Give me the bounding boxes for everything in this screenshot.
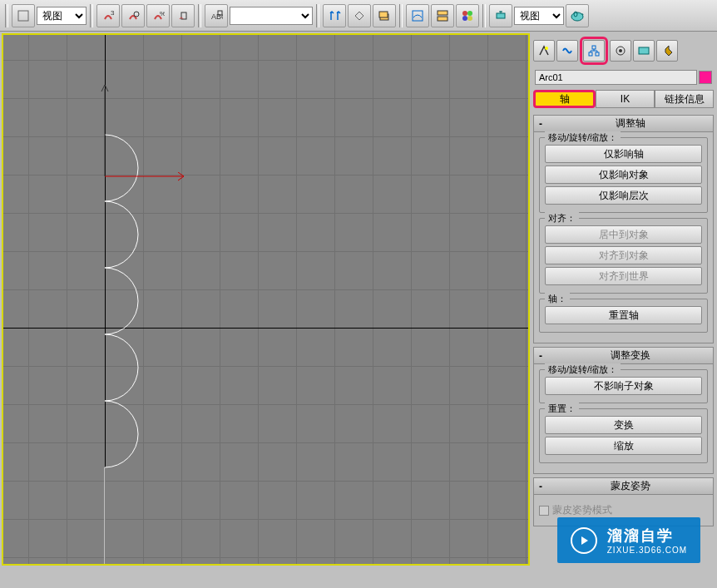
layers-button[interactable] (373, 4, 396, 27)
toolbar-divider (5, 4, 8, 27)
svg-rect-0 (18, 11, 28, 21)
reset-transform-button[interactable]: 变换 (545, 416, 702, 434)
move-rotate-scale-group: 移动/旋转/缩放： 仅影响轴 仅影响对象 仅影响层次 (539, 137, 708, 213)
svg-point-13 (467, 11, 472, 16)
adjust-pivot-header[interactable]: - 调整轴 (534, 116, 713, 132)
svg-point-2 (134, 12, 139, 17)
adjust-transform-rollout: - 调整变换 移动/旋转/缩放： 不影响子对象 重置： 变换 缩放 (533, 347, 714, 474)
adjust-pivot-rollout: - 调整轴 移动/旋转/缩放： 仅影响轴 仅影响对象 仅影响层次 对齐： 居中到… (533, 115, 714, 343)
viewport[interactable]: // placeholder - grid drawn below via st… (2, 33, 530, 566)
svg-rect-9 (413, 11, 423, 21)
selection-dropdown[interactable] (230, 7, 313, 25)
toolbar-divider (198, 4, 201, 27)
adjust-transform-body: 移动/旋转/缩放： 不影响子对象 重置： 变换 缩放 (534, 364, 713, 473)
main-area: // placeholder - grid drawn below via st… (0, 32, 717, 583)
mirror-button[interactable] (323, 4, 346, 27)
svg-rect-26 (596, 52, 599, 56)
toolbar-divider (90, 4, 93, 27)
reset-pivot-button[interactable]: 重置轴 (545, 306, 702, 324)
svg-point-32 (619, 49, 622, 52)
rollout-toggle-icon: - (539, 481, 549, 492)
reset-group: 重置： 变换 缩放 (539, 408, 708, 463)
render-setup-button[interactable] (489, 4, 512, 27)
svg-point-23 (545, 47, 548, 50)
svg-point-15 (467, 16, 472, 21)
curve-editor-button[interactable] (406, 4, 429, 27)
adjust-transform-header[interactable]: - 调整变换 (534, 348, 713, 364)
schematic-view-button[interactable] (431, 4, 454, 27)
toolbar-divider (316, 4, 319, 27)
display-tab[interactable] (633, 40, 655, 62)
group-label: 移动/旋转/缩放： (545, 131, 621, 144)
object-name-input[interactable] (535, 70, 697, 85)
svg-rect-10 (438, 11, 448, 15)
svg-rect-16 (497, 13, 505, 18)
watermark-text: 溜溜自学 ZIXUE.3D66.COM (607, 526, 687, 555)
svg-text:3: 3 (111, 9, 115, 17)
render-button[interactable] (566, 4, 589, 27)
affect-pivot-button[interactable]: 仅影响轴 (545, 145, 702, 163)
svg-text:ABC: ABC (211, 12, 223, 21)
svg-rect-24 (592, 46, 596, 49)
watermark-url: ZIXUE.3D66.COM (607, 546, 687, 555)
group-label: 对齐： (545, 212, 579, 225)
affect-object-button[interactable]: 仅影响对象 (545, 166, 702, 184)
hierarchy-tab[interactable] (583, 40, 605, 62)
view-dropdown-1[interactable]: 视图 (37, 7, 87, 25)
svg-point-14 (462, 16, 467, 21)
align-to-object-button: 对齐到对象 (545, 246, 702, 264)
svg-rect-33 (639, 47, 649, 54)
adjust-pivot-title: 调整轴 (552, 116, 708, 131)
play-icon (571, 527, 597, 554)
svg-point-12 (462, 11, 467, 16)
hierarchy-mode-tabs: 轴 IK 链接信息 (532, 86, 715, 111)
skin-pose-header[interactable]: - 蒙皮姿势 (534, 478, 713, 495)
named-selection[interactable]: ABC (205, 4, 228, 27)
adjust-transform-title: 调整变换 (552, 348, 708, 363)
align-to-world-button: 对齐到世界 (545, 267, 702, 285)
svg-rect-11 (438, 17, 448, 21)
command-panel-tabs (532, 33, 715, 68)
toolbar-divider (482, 4, 486, 27)
command-panel: 轴 IK 链接信息 - 调整轴 移动/旋转/缩放： 仅影响轴 仅影响对象 仅影响… (530, 32, 717, 583)
rollout-toggle-icon: - (539, 118, 549, 130)
toolbar-divider (399, 4, 403, 27)
skin-pose-checkbox (539, 506, 549, 516)
main-toolbar: 视图 3 % ABC 视图 (0, 0, 717, 32)
snap-toggle-2[interactable] (121, 4, 145, 27)
dont-affect-children-button[interactable]: 不影响子对象 (545, 377, 702, 395)
align-button[interactable] (348, 4, 371, 27)
transform-move-group: 移动/旋转/缩放： 不影响子对象 (539, 369, 708, 403)
svg-rect-8 (379, 12, 388, 17)
group-label: 轴： (545, 293, 570, 305)
object-color-swatch[interactable] (699, 71, 712, 84)
motion-tab[interactable] (610, 40, 631, 62)
svg-rect-25 (589, 52, 592, 56)
rollout-toggle-icon: - (539, 350, 549, 362)
spinner-snap[interactable] (171, 4, 195, 27)
skin-pose-title: 蒙皮姿势 (552, 479, 708, 493)
skin-pose-label: 蒙皮姿势模式 (552, 503, 612, 517)
watermark-title: 溜溜自学 (607, 526, 687, 546)
align-group: 对齐： 居中到对象 对齐到对象 对齐到世界 (539, 218, 708, 294)
view-dropdown-2[interactable]: 视图 (514, 7, 564, 25)
transform-gizmo (105, 172, 196, 205)
adjust-pivot-body: 移动/旋转/缩放： 仅影响轴 仅影响对象 仅影响层次 对齐： 居中到对象 对齐到… (534, 132, 713, 343)
modify-tab[interactable] (556, 40, 578, 62)
link-info-tab[interactable]: 链接信息 (655, 90, 714, 108)
svg-text:%: % (160, 10, 165, 17)
object-name-row (532, 68, 715, 86)
ik-tab[interactable]: IK (596, 90, 655, 108)
group-label: 重置： (545, 403, 579, 415)
affect-hierarchy-button[interactable]: 仅影响层次 (545, 186, 702, 205)
utilities-tab[interactable] (656, 40, 678, 62)
reset-scale-button[interactable]: 缩放 (545, 437, 702, 455)
tool-button-1[interactable] (12, 4, 35, 27)
center-to-object-button: 居中到对象 (545, 225, 702, 244)
pivot-tab[interactable]: 轴 (533, 90, 596, 108)
snap-toggle-1[interactable]: 3 (96, 4, 120, 27)
create-tab[interactable] (533, 40, 555, 62)
snap-toggle-3[interactable]: % (146, 4, 170, 27)
material-editor-button[interactable] (456, 4, 479, 27)
pivot-group: 轴： 重置轴 (539, 299, 708, 333)
